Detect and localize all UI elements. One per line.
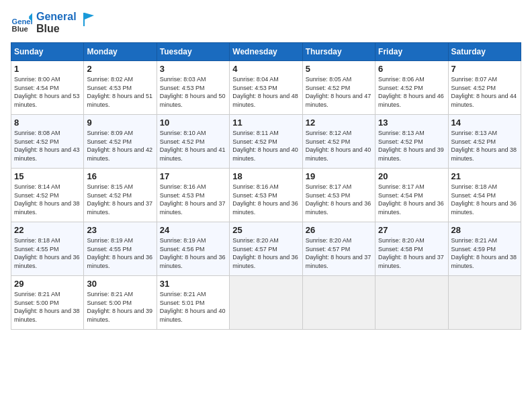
table-cell: 9 Sunrise: 8:09 AMSunset: 4:52 PMDayligh… <box>84 115 157 169</box>
calendar-row: 8 Sunrise: 8:08 AMSunset: 4:52 PMDayligh… <box>11 115 521 169</box>
calendar-row: 29 Sunrise: 8:21 AMSunset: 5:00 PMDaylig… <box>11 276 521 330</box>
cell-text: Sunrise: 8:21 AMSunset: 5:00 PMDaylight:… <box>14 291 80 323</box>
day-number: 5 <box>306 64 372 74</box>
calendar-header-row: Sunday Monday Tuesday Wednesday Thursday… <box>11 43 521 61</box>
table-cell: 26 Sunrise: 8:20 AMSunset: 4:57 PMDaylig… <box>302 222 375 276</box>
col-saturday: Saturday <box>448 43 521 61</box>
table-cell: 21 Sunrise: 8:18 AMSunset: 4:54 PMDaylig… <box>448 169 521 222</box>
table-cell: 6 Sunrise: 8:06 AMSunset: 4:52 PMDayligh… <box>375 61 448 115</box>
table-cell: 14 Sunrise: 8:13 AMSunset: 4:52 PMDaylig… <box>448 115 521 169</box>
table-cell: 18 Sunrise: 8:16 AMSunset: 4:53 PMDaylig… <box>230 169 302 222</box>
table-cell: 28 Sunrise: 8:21 AMSunset: 4:59 PMDaylig… <box>448 222 521 276</box>
cell-text: Sunrise: 8:21 AMSunset: 5:01 PMDaylight:… <box>160 291 226 323</box>
table-cell <box>302 276 375 330</box>
cell-text: Sunrise: 8:02 AMSunset: 4:53 PMDaylight:… <box>87 76 152 108</box>
day-number: 26 <box>306 225 372 235</box>
table-cell: 10 Sunrise: 8:10 AMSunset: 4:52 PMDaylig… <box>157 115 229 169</box>
logo-line1: General <box>36 11 77 23</box>
calendar-table: Sunday Monday Tuesday Wednesday Thursday… <box>11 42 521 330</box>
col-sunday: Sunday <box>11 43 84 61</box>
logo-icon: General Blue <box>11 12 32 34</box>
table-cell: 17 Sunrise: 8:16 AMSunset: 4:53 PMDaylig… <box>157 169 229 222</box>
table-cell: 11 Sunrise: 8:11 AMSunset: 4:52 PMDaylig… <box>230 115 302 169</box>
col-wednesday: Wednesday <box>230 43 302 61</box>
cell-text: Sunrise: 8:18 AMSunset: 4:55 PMDaylight:… <box>14 237 80 269</box>
day-number: 21 <box>451 171 518 181</box>
day-number: 15 <box>14 171 81 181</box>
day-number: 27 <box>378 225 445 235</box>
table-cell: 15 Sunrise: 8:14 AMSunset: 4:52 PMDaylig… <box>11 169 84 222</box>
day-number: 23 <box>87 225 153 235</box>
day-number: 18 <box>232 171 299 181</box>
cell-text: Sunrise: 8:20 AMSunset: 4:58 PMDaylight:… <box>378 237 444 269</box>
table-cell: 4 Sunrise: 8:04 AMSunset: 4:53 PMDayligh… <box>230 61 302 115</box>
day-number: 7 <box>451 64 518 74</box>
day-number: 25 <box>232 225 299 235</box>
col-tuesday: Tuesday <box>157 43 229 61</box>
cell-text: Sunrise: 8:04 AMSunset: 4:53 PMDaylight:… <box>232 76 298 108</box>
table-cell: 23 Sunrise: 8:19 AMSunset: 4:55 PMDaylig… <box>84 222 157 276</box>
day-number: 3 <box>160 64 226 74</box>
table-cell: 22 Sunrise: 8:18 AMSunset: 4:55 PMDaylig… <box>11 222 84 276</box>
table-cell: 3 Sunrise: 8:03 AMSunset: 4:53 PMDayligh… <box>157 61 229 115</box>
day-number: 17 <box>160 171 226 181</box>
day-number: 29 <box>14 279 81 289</box>
cell-text: Sunrise: 8:08 AMSunset: 4:52 PMDaylight:… <box>14 130 80 162</box>
table-cell: 24 Sunrise: 8:19 AMSunset: 4:56 PMDaylig… <box>157 222 229 276</box>
cell-text: Sunrise: 8:09 AMSunset: 4:52 PMDaylight:… <box>87 130 152 162</box>
cell-text: Sunrise: 8:18 AMSunset: 4:54 PMDaylight:… <box>451 183 517 216</box>
day-number: 13 <box>378 118 445 128</box>
day-number: 20 <box>378 171 445 181</box>
logo: General Blue General Blue <box>11 11 98 34</box>
svg-text:Blue: Blue <box>12 24 28 32</box>
table-cell: 19 Sunrise: 8:17 AMSunset: 4:53 PMDaylig… <box>302 169 375 222</box>
table-cell: 5 Sunrise: 8:05 AMSunset: 4:52 PMDayligh… <box>302 61 375 115</box>
cell-text: Sunrise: 8:05 AMSunset: 4:52 PMDaylight:… <box>306 76 371 108</box>
calendar-row: 1 Sunrise: 8:00 AMSunset: 4:54 PMDayligh… <box>11 61 521 115</box>
col-thursday: Thursday <box>302 43 375 61</box>
cell-text: Sunrise: 8:20 AMSunset: 4:57 PMDaylight:… <box>306 237 371 269</box>
table-cell <box>375 276 448 330</box>
cell-text: Sunrise: 8:16 AMSunset: 4:53 PMDaylight:… <box>232 183 298 216</box>
calendar-row: 15 Sunrise: 8:14 AMSunset: 4:52 PMDaylig… <box>11 169 521 222</box>
cell-text: Sunrise: 8:21 AMSunset: 4:59 PMDaylight:… <box>451 237 517 269</box>
table-cell: 2 Sunrise: 8:02 AMSunset: 4:53 PMDayligh… <box>84 61 157 115</box>
col-friday: Friday <box>375 43 448 61</box>
day-number: 30 <box>87 279 153 289</box>
table-cell: 1 Sunrise: 8:00 AMSunset: 4:54 PMDayligh… <box>11 61 84 115</box>
table-cell: 30 Sunrise: 8:21 AMSunset: 5:00 PMDaylig… <box>84 276 157 330</box>
cell-text: Sunrise: 8:07 AMSunset: 4:52 PMDaylight:… <box>451 76 517 108</box>
cell-text: Sunrise: 8:00 AMSunset: 4:54 PMDaylight:… <box>14 76 80 108</box>
cell-text: Sunrise: 8:03 AMSunset: 4:53 PMDaylight:… <box>160 76 226 108</box>
page-header: General Blue General Blue <box>11 11 521 34</box>
cell-text: Sunrise: 8:14 AMSunset: 4:52 PMDaylight:… <box>14 183 80 216</box>
table-cell: 25 Sunrise: 8:20 AMSunset: 4:57 PMDaylig… <box>230 222 302 276</box>
table-cell: 7 Sunrise: 8:07 AMSunset: 4:52 PMDayligh… <box>448 61 521 115</box>
calendar-row: 22 Sunrise: 8:18 AMSunset: 4:55 PMDaylig… <box>11 222 521 276</box>
table-cell: 12 Sunrise: 8:12 AMSunset: 4:52 PMDaylig… <box>302 115 375 169</box>
cell-text: Sunrise: 8:06 AMSunset: 4:52 PMDaylight:… <box>378 76 444 108</box>
table-cell: 27 Sunrise: 8:20 AMSunset: 4:58 PMDaylig… <box>375 222 448 276</box>
day-number: 8 <box>14 118 81 128</box>
cell-text: Sunrise: 8:16 AMSunset: 4:53 PMDaylight:… <box>160 183 226 216</box>
cell-text: Sunrise: 8:17 AMSunset: 4:54 PMDaylight:… <box>378 183 444 216</box>
cell-text: Sunrise: 8:12 AMSunset: 4:52 PMDaylight:… <box>306 130 371 162</box>
day-number: 1 <box>14 64 81 74</box>
day-number: 31 <box>160 279 226 289</box>
cell-text: Sunrise: 8:20 AMSunset: 4:57 PMDaylight:… <box>232 237 298 269</box>
day-number: 9 <box>87 118 153 128</box>
svg-marker-3 <box>83 13 94 26</box>
table-cell: 31 Sunrise: 8:21 AMSunset: 5:01 PMDaylig… <box>157 276 229 330</box>
day-number: 14 <box>451 118 518 128</box>
day-number: 2 <box>87 64 153 74</box>
day-number: 4 <box>232 64 299 74</box>
cell-text: Sunrise: 8:11 AMSunset: 4:52 PMDaylight:… <box>232 130 298 162</box>
day-number: 24 <box>160 225 226 235</box>
cell-text: Sunrise: 8:17 AMSunset: 4:53 PMDaylight:… <box>306 183 371 216</box>
table-cell: 16 Sunrise: 8:15 AMSunset: 4:52 PMDaylig… <box>84 169 157 222</box>
day-number: 12 <box>306 118 372 128</box>
day-number: 11 <box>232 118 299 128</box>
day-number: 28 <box>451 225 518 235</box>
cell-text: Sunrise: 8:10 AMSunset: 4:52 PMDaylight:… <box>160 130 226 162</box>
table-cell: 8 Sunrise: 8:08 AMSunset: 4:52 PMDayligh… <box>11 115 84 169</box>
